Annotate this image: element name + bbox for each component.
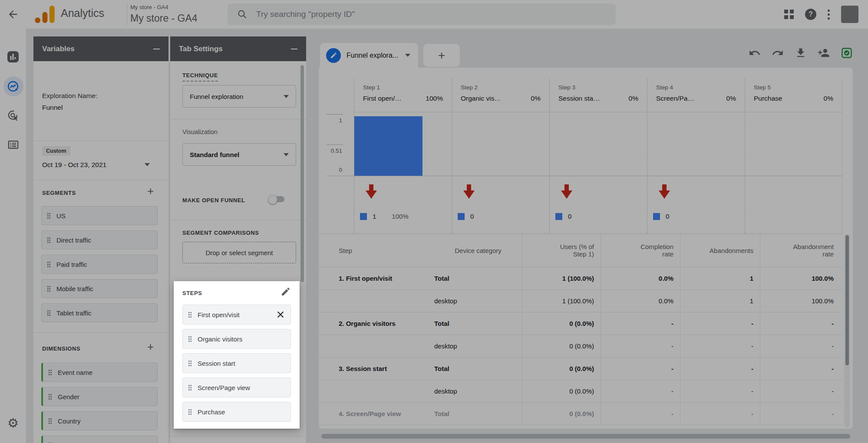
drag-handle-icon[interactable] bbox=[188, 384, 192, 391]
close-icon[interactable] bbox=[276, 310, 285, 319]
step-chip[interactable]: Screen/Page view bbox=[182, 377, 291, 397]
step-chip-label: Screen/Page view bbox=[198, 384, 250, 391]
drag-handle-icon[interactable] bbox=[188, 312, 192, 318]
steps-label: STEPS bbox=[182, 290, 202, 296]
edit-steps-pencil-icon[interactable] bbox=[281, 286, 291, 297]
drag-handle-icon[interactable] bbox=[188, 409, 192, 415]
drag-handle-icon[interactable] bbox=[188, 336, 192, 342]
step-chip[interactable]: Organic visitors bbox=[182, 329, 291, 349]
ga4-explorations-app: Analytics My store - GA4 My store - GA4 … bbox=[0, 0, 868, 443]
step-chip[interactable]: Purchase bbox=[182, 402, 291, 422]
step-chip-label: Organic visitors bbox=[198, 335, 242, 343]
step-chip-label: Purchase bbox=[198, 408, 225, 416]
spotlight-scrim bbox=[0, 0, 868, 443]
step-chip-label: Session start bbox=[198, 360, 235, 367]
drag-handle-icon[interactable] bbox=[188, 360, 192, 367]
step-chip[interactable]: First open/visit bbox=[182, 305, 291, 325]
step-chip-label: First open/visit bbox=[198, 311, 240, 318]
step-chip[interactable]: Session start bbox=[182, 353, 291, 373]
steps-section: STEPS First open/visit Organic visitors … bbox=[174, 281, 300, 429]
